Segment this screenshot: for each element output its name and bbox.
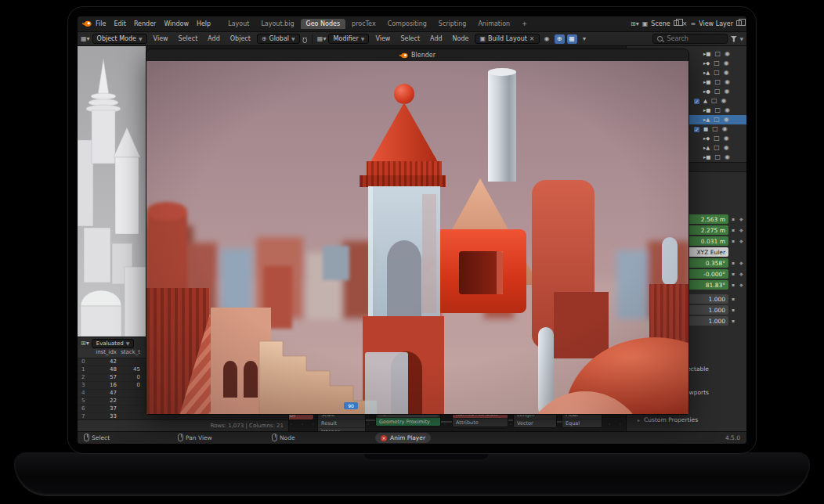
screen-icon[interactable]: □: [714, 88, 721, 95]
screen-icon[interactable]: □: [714, 154, 721, 160]
scene-name[interactable]: Scene: [651, 20, 670, 27]
new-scene-icon[interactable]: [674, 20, 679, 27]
orientation-dropdown[interactable]: ⊕ Global▼: [257, 34, 300, 44]
outliner-search-input[interactable]: Search: [652, 34, 728, 44]
unlink-scene-icon[interactable]: ×: [682, 21, 688, 27]
camera-render-icon[interactable]: ◉: [724, 117, 729, 123]
camera-render-icon[interactable]: ◉: [722, 126, 728, 132]
lock-icon[interactable]: ▪: [732, 227, 735, 232]
viewport-menu-select[interactable]: Select: [175, 35, 202, 42]
filter-icon[interactable]: [730, 36, 737, 42]
custom-properties-panel[interactable]: ▸ Custom Properties: [638, 416, 698, 423]
node-menu-select[interactable]: Select: [396, 35, 424, 42]
render-window[interactable]: Blender: [146, 49, 689, 415]
keyframe-icon[interactable]: ◆: [739, 282, 743, 287]
lock-icon[interactable]: ▪: [732, 296, 735, 301]
snap-magnet-icon[interactable]: Ω: [302, 36, 307, 42]
stop-player-icon[interactable]: ×: [381, 435, 387, 441]
snapping-toggle-icon[interactable]: ⊕: [555, 34, 565, 44]
keyframe-icon[interactable]: ◆: [739, 216, 743, 221]
node-menu-node[interactable]: Node: [449, 35, 473, 42]
camera-render-icon[interactable]: ◉: [725, 51, 730, 57]
screen-icon[interactable]: □: [714, 107, 721, 113]
view-layer-name[interactable]: View Layer: [699, 20, 733, 27]
menu-render[interactable]: Render: [130, 20, 160, 27]
screen-icon[interactable]: □: [714, 60, 720, 67]
browse-scene-icon[interactable]: ⊞▾: [631, 21, 639, 27]
camera-render-icon[interactable]: ◉: [724, 70, 729, 76]
viewport-menu-add[interactable]: Add: [204, 35, 224, 42]
camera-render-icon[interactable]: ◉: [725, 107, 730, 113]
tab-layout[interactable]: Layout: [222, 19, 255, 29]
tab-layout-big[interactable]: Layout.big: [255, 19, 299, 29]
screen-icon[interactable]: □: [714, 145, 720, 151]
viewport-editor-type-icon[interactable]: ▦▾: [81, 36, 90, 42]
tab-proctex[interactable]: procTex: [346, 19, 381, 29]
tab-geo-nodes[interactable]: Geo Nodes: [301, 19, 346, 29]
screen-icon[interactable]: □: [714, 79, 721, 85]
viewport-3d-clay-render[interactable]: [78, 46, 146, 337]
node-tree-name-field[interactable]: ▣ Build Layout ×: [475, 34, 539, 44]
keyframe-icon[interactable]: ◆: [739, 238, 743, 243]
new-view-layer-icon[interactable]: [736, 20, 742, 27]
checkbox-icon[interactable]: ✓: [694, 127, 699, 132]
pin-icon[interactable]: ◉: [542, 34, 552, 44]
camera-render-icon[interactable]: ◉: [725, 88, 730, 95]
camera-render-icon[interactable]: ◉: [725, 79, 730, 85]
camera-render-icon[interactable]: ◉: [725, 154, 730, 160]
column-inst-idx[interactable]: inst_idx: [90, 349, 117, 358]
screen-icon[interactable]: □: [714, 51, 721, 57]
node-menu-view[interactable]: View: [371, 35, 394, 42]
viewport-menu-object[interactable]: Object: [226, 35, 255, 42]
render-window-titlebar[interactable]: Blender: [146, 49, 688, 61]
node-editor-type-icon[interactable]: ▦▾: [317, 36, 327, 42]
mode-dropdown[interactable]: Object Mode▼: [92, 34, 147, 44]
screen-icon[interactable]: □: [712, 126, 718, 132]
overlays-toggle-icon[interactable]: ▦: [567, 34, 577, 44]
lock-icon[interactable]: ▪: [732, 271, 735, 276]
mesh-object-icon: ▸▲: [703, 70, 710, 76]
dataset-dropdown[interactable]: Evaluated▼: [92, 339, 135, 348]
camera-render-icon[interactable]: ◉: [724, 145, 729, 151]
mesh-object-icon: ▸▲: [703, 117, 710, 123]
lock-icon[interactable]: ▪: [732, 282, 735, 287]
menu-window[interactable]: Window: [160, 20, 193, 27]
chevron-down-icon: ▼: [739, 36, 743, 41]
mesh-object-icon: ▸■: [703, 107, 710, 113]
keyframe-icon[interactable]: ◆: [739, 271, 743, 276]
viewport-menu-view[interactable]: View: [150, 35, 172, 42]
menu-file[interactable]: File: [92, 20, 110, 27]
anim-player-status[interactable]: × Anim Player: [375, 433, 431, 443]
screen-icon[interactable]: □: [714, 135, 720, 142]
tab-scripting[interactable]: Scripting: [433, 19, 472, 29]
spreadsheet-editor-type-icon[interactable]: ⊞▾: [81, 340, 89, 347]
node-tree-type-dropdown[interactable]: Modifier▼: [328, 34, 369, 44]
camera-render-icon[interactable]: ◉: [724, 60, 729, 67]
screen-icon[interactable]: □: [714, 70, 720, 76]
lock-icon[interactable]: ▪: [732, 238, 735, 243]
camera-render-icon[interactable]: ◉: [721, 98, 727, 104]
keyframe-icon[interactable]: ◆: [739, 260, 743, 265]
lock-icon[interactable]: ▪: [732, 216, 735, 221]
node-menu-add[interactable]: Add: [426, 35, 446, 42]
screen-icon[interactable]: □: [711, 98, 717, 104]
camera-render-icon[interactable]: ◉: [724, 135, 729, 142]
add-workspace-button[interactable]: +: [516, 19, 533, 29]
menu-edit[interactable]: Edit: [110, 20, 130, 27]
tab-animation[interactable]: Animation: [472, 19, 515, 29]
chevron-right-icon: ▸: [638, 417, 640, 423]
overlay-dropdown-icon[interactable]: ▾: [580, 34, 590, 44]
frame-indicator[interactable]: 90: [344, 402, 358, 409]
lock-icon[interactable]: ▪: [732, 318, 735, 323]
chevron-down-icon: ▼: [139, 36, 143, 41]
lock-icon[interactable]: ▪: [732, 260, 735, 265]
column-stack-t[interactable]: stack_t: [117, 349, 140, 358]
close-icon[interactable]: ×: [529, 36, 535, 42]
lock-icon[interactable]: ▪: [732, 307, 735, 312]
checkbox-icon[interactable]: ✓: [694, 99, 699, 104]
keyframe-icon[interactable]: ◆: [739, 227, 743, 232]
tab-compositing[interactable]: Compositing: [382, 19, 432, 29]
screen-icon[interactable]: □: [714, 117, 720, 123]
scene-cluster: ⊞▾ ▣ Scene × ≡ View Layer: [631, 20, 742, 27]
menu-help[interactable]: Help: [193, 20, 215, 27]
